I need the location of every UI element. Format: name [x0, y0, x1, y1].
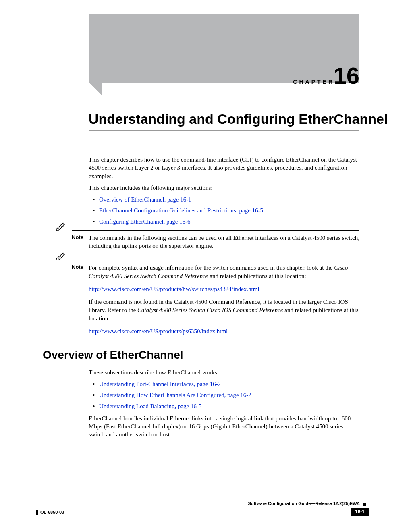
list-item: Understanding How EtherChannels Are Conf… [89, 391, 361, 399]
note-block-2: Note For complete syntax and usage infor… [89, 261, 361, 335]
note-rule [72, 230, 359, 231]
list-item: Configuring EtherChannel, page 16-6 [89, 218, 361, 226]
toc-link[interactable]: Understanding How EtherChannels Are Conf… [99, 392, 251, 398]
note-label: Note [72, 234, 83, 241]
pencil-icon [56, 222, 67, 231]
title-rule [89, 130, 359, 131]
intro-paragraph-1: This chapter describes how to use the co… [89, 156, 361, 180]
footer-left-bar [36, 510, 38, 515]
chapter-title: Understanding and Configuring EtherChann… [89, 111, 388, 127]
toc-link[interactable]: Understanding Load Balancing, page 16-5 [99, 403, 202, 409]
list-item: Overview of EtherChannel, page 16-1 [89, 195, 361, 204]
page-footer: Software Configuration Guide—Release 12.… [40, 507, 365, 521]
note-text: If the command is not found in the Catal… [89, 298, 361, 322]
list-item: Understanding Port-Channel Interfaces, p… [89, 380, 361, 388]
list-item: Understanding Load Balancing, page 16-5 [89, 402, 361, 410]
footer-marker [363, 503, 366, 506]
reference-title: Catalyst 4500 Series Switch Cisco IOS Co… [137, 307, 283, 313]
note-text: The commands in the following sections c… [89, 231, 361, 250]
footer-doc-id: OL-6850-03 [40, 510, 64, 515]
note-text: For complete syntax and usage informatio… [89, 261, 361, 280]
intro-links-list: Overview of EtherChannel, page 16-1 Ethe… [89, 195, 361, 226]
external-link[interactable]: http://www.cisco.com/en/US/products/ps63… [89, 328, 228, 335]
overview-intro: These subsections describe how EtherChan… [89, 368, 361, 376]
note-label: Note [72, 264, 83, 271]
external-link[interactable]: http://www.cisco.com/en/US/products/hw/s… [89, 286, 259, 292]
footer-rule [40, 507, 365, 507]
toc-link[interactable]: EtherChannel Configuration Guidelines an… [99, 207, 263, 214]
toc-link[interactable]: Configuring EtherChannel, page 16-6 [99, 218, 191, 225]
note-block-1: Note The commands in the following secti… [89, 231, 361, 250]
toc-link[interactable]: Understanding Port-Channel Interfaces, p… [99, 381, 221, 387]
list-item: EtherChannel Configuration Guidelines an… [89, 206, 361, 214]
toc-link[interactable]: Overview of EtherChannel, page 16-1 [99, 196, 191, 203]
chapter-number: 16 [333, 62, 359, 89]
note-rule [72, 260, 359, 260]
section-heading-overview: Overview of EtherChannel [43, 347, 361, 363]
page-number: 16-1 [351, 508, 369, 516]
footer-guide-title: Software Configuration Guide—Release 12.… [248, 501, 360, 506]
chapter-label: CHAPTER [293, 79, 334, 85]
intro-paragraph-2: This chapter includes the following majo… [89, 184, 361, 192]
overview-links-list: Understanding Port-Channel Interfaces, p… [89, 380, 361, 410]
pencil-icon [56, 252, 67, 260]
overview-body: EtherChannel bundles individual Ethernet… [89, 414, 361, 439]
chapter-banner [89, 14, 359, 83]
